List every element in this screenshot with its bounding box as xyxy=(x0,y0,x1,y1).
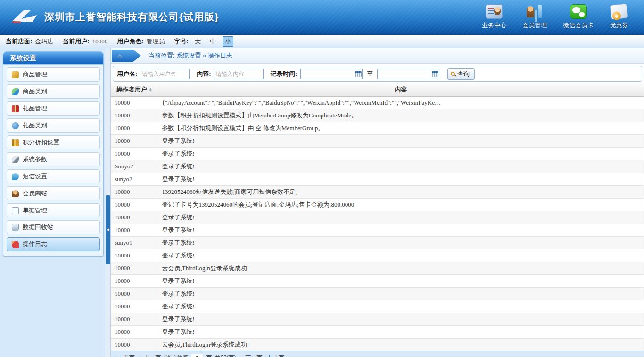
fontsize-option-font-size-small[interactable]: 小 xyxy=(223,36,233,47)
sidebar-item-goods-category[interactable]: 商品类别 xyxy=(7,84,100,99)
page-number-input[interactable] xyxy=(191,354,203,357)
sms-icon xyxy=(12,173,19,180)
sidebar-item-points-discount-settings[interactable]: 积分折扣设置 xyxy=(7,135,100,149)
cell-content: 登录了系统! xyxy=(158,134,644,147)
sidebar-collapse-handle[interactable]: ◀ xyxy=(106,195,110,264)
start-date-input[interactable] xyxy=(300,69,363,79)
cell-operator: sunyo2 xyxy=(111,173,158,185)
prev-page-icon[interactable]: ◀ xyxy=(138,355,141,357)
cell-content: 登录了系统! xyxy=(158,160,644,173)
cell-content: {"AlipayAccount":"","BaiduPayKey":"","Ba… xyxy=(158,96,644,109)
header-shortcut-coupon[interactable]: 优惠券 xyxy=(610,4,628,30)
cell-content: 登录了系统! xyxy=(158,325,644,338)
table-row[interactable]: 10000 13920524060短信发送失败[商家可用短信条数不足] xyxy=(111,185,644,198)
sidebar-item-system-parameters[interactable]: 系统参数 xyxy=(7,152,100,166)
cell-operator: sunyo1 xyxy=(111,236,158,249)
sidebar-menu: 商品管理 商品类别 礼品管理 礼品类别 积分折扣设置 系统参数 短信设置 会员网… xyxy=(3,67,103,251)
cell-content: 登录了系统! xyxy=(158,287,644,300)
sidebar-item-data-recycle-bin[interactable]: 数据回收站 xyxy=(7,220,100,234)
end-date-input[interactable] xyxy=(377,69,439,79)
fontsize-option-font-size-medium[interactable]: 中 xyxy=(207,36,218,47)
sidebar-item-sms-settings[interactable]: 短信设置 xyxy=(7,169,100,183)
sidebar-item-gift-management[interactable]: 礼品管理 xyxy=(7,101,100,116)
cell-operator: 10000 xyxy=(111,109,158,122)
sidebar-item-gift-category[interactable]: 礼品类别 xyxy=(7,118,100,133)
content-input[interactable] xyxy=(214,69,264,79)
table-row[interactable]: 10000 云会员,ThirdLogin登录系统成功! xyxy=(111,262,644,274)
cell-content: 登录了系统! xyxy=(158,300,644,313)
member-management-icon xyxy=(526,4,543,19)
table-row[interactable]: 10000 云会员,ThirdLogin登录系统成功! xyxy=(111,338,644,351)
first-page-icon[interactable]: ◀ xyxy=(116,355,121,357)
goods-category-icon xyxy=(12,88,19,95)
next-page-button[interactable]: 下一页 xyxy=(245,354,262,357)
fontsize-option-font-size-large[interactable]: 大 xyxy=(192,36,203,47)
cell-operator: 10000 xyxy=(111,274,158,287)
table-row[interactable]: 10000 登录了系统! xyxy=(111,274,644,287)
home-icon[interactable]: ⌂ xyxy=(112,50,141,62)
role-label: 用户角色: xyxy=(117,37,143,46)
table-row[interactable]: sunyo1 登录了系统! xyxy=(111,236,644,249)
cell-operator: 10000 xyxy=(111,198,158,211)
cell-content: 登记了卡号为13920524060的会员;登记店面:金玛店;售卡金额为:800.… xyxy=(158,198,644,211)
sidebar-item-invoice-management[interactable]: 单据管理 xyxy=(7,203,100,217)
table-row[interactable]: 10000 参数【积分折扣规则设置模式】由MemberGroup修改为Compl… xyxy=(111,109,644,122)
sidebar-item-operation-log[interactable]: 操作日志 xyxy=(7,237,100,251)
username-input[interactable] xyxy=(140,69,190,79)
status-toolbar: 当前店面: 金玛店 当前用户: 10000 用户角色: 管理员 字号: 大中小 xyxy=(0,35,644,48)
table-row[interactable]: 10000 登记了卡号为13920524060的会员;登记店面:金玛店;售卡金额… xyxy=(111,198,644,211)
gift-category-icon xyxy=(12,122,19,129)
cell-content: 登录了系统! xyxy=(158,274,644,287)
sidebar-item-goods-management[interactable]: 商品管理 xyxy=(7,67,100,82)
cell-content: 登录了系统! xyxy=(158,173,644,185)
search-button-label: 查询 xyxy=(457,70,470,78)
table-row[interactable]: 10000 登录了系统! xyxy=(111,287,644,300)
header-shortcut-business-center[interactable]: 业务中心 xyxy=(482,4,506,30)
sort-icon[interactable]: ▲▼ xyxy=(149,87,152,92)
breadcrumb: 当前位置: 系统设置 » 操作日志 xyxy=(149,51,232,60)
cell-operator: 10000 xyxy=(111,211,158,224)
username-label: 用户名: xyxy=(117,70,137,78)
workspace: 系统设置 商品管理 商品类别 礼品管理 礼品类别 积分折扣设置 系统参数 短信设… xyxy=(0,48,644,357)
table-row[interactable]: 10000 参数【积分折扣规则设置模式】由 空 修改为MemberGroup。 xyxy=(111,122,644,134)
goods-icon xyxy=(12,71,19,78)
header-shortcut-wechat-member-card[interactable]: 微信会员卡 xyxy=(563,4,594,30)
table-row[interactable]: 10000 {"AlipayAccount":"","BaiduPayKey":… xyxy=(111,96,644,109)
business-center-icon xyxy=(486,4,503,19)
cell-operator: 10000 xyxy=(111,185,158,198)
pagination-bar: ◀ 首页 ◀ 上一页 (当前为第 页 共62(页) ▶ 下一页 ▶ 末页 xyxy=(111,351,644,357)
last-page-icon[interactable]: ▶ xyxy=(265,355,270,357)
last-page-button[interactable]: 末页 xyxy=(273,354,284,357)
first-page-button[interactable]: 首页 xyxy=(124,354,135,357)
store-label: 当前店面: xyxy=(6,37,32,46)
store-value: 金玛店 xyxy=(35,37,53,46)
header-shortcut-member-management[interactable]: 会员管理 xyxy=(522,4,547,30)
table-row[interactable]: 10000 登录了系统! xyxy=(111,147,644,160)
table-row[interactable]: 10000 登录了系统! xyxy=(111,134,644,147)
calendar-icon[interactable] xyxy=(355,71,362,77)
table-row[interactable]: 10000 登录了系统! xyxy=(111,211,644,224)
search-icon xyxy=(451,72,455,76)
table-row[interactable]: Sunyo2 登录了系统! xyxy=(111,160,644,173)
sidebar-item-member-website[interactable]: 会员网站 xyxy=(7,186,100,200)
next-page-icon[interactable]: ▶ xyxy=(239,355,243,357)
cell-content: 云会员,ThirdLogin登录系统成功! xyxy=(158,338,644,351)
column-header-operator[interactable]: 操作者用户 ▲▼ xyxy=(111,83,158,96)
column-header-content[interactable]: 内容 xyxy=(158,83,644,96)
table-row[interactable]: 10000 登录了系统! xyxy=(111,224,644,236)
table-row[interactable]: 10000 登录了系统! xyxy=(111,300,644,313)
calendar-icon[interactable] xyxy=(432,71,438,77)
table-row[interactable]: sunyo2 登录了系统! xyxy=(111,173,644,185)
content-label: 内容: xyxy=(197,70,211,78)
table-row[interactable]: 10000 登录了系统! xyxy=(111,249,644,262)
log-icon xyxy=(12,241,19,248)
gift-icon xyxy=(12,105,19,112)
prev-page-button[interactable]: 上一页 xyxy=(144,354,161,357)
cell-operator: 10000 xyxy=(111,325,158,338)
sidebar-splitter[interactable]: ◀ xyxy=(105,48,110,357)
table-row[interactable]: 10000 登录了系统! xyxy=(111,325,644,338)
search-button[interactable]: 查询 xyxy=(447,68,475,80)
cell-operator: 10000 xyxy=(111,338,158,351)
cell-operator: 10000 xyxy=(111,287,158,300)
table-row[interactable]: 10000 登录了系统! xyxy=(111,313,644,325)
